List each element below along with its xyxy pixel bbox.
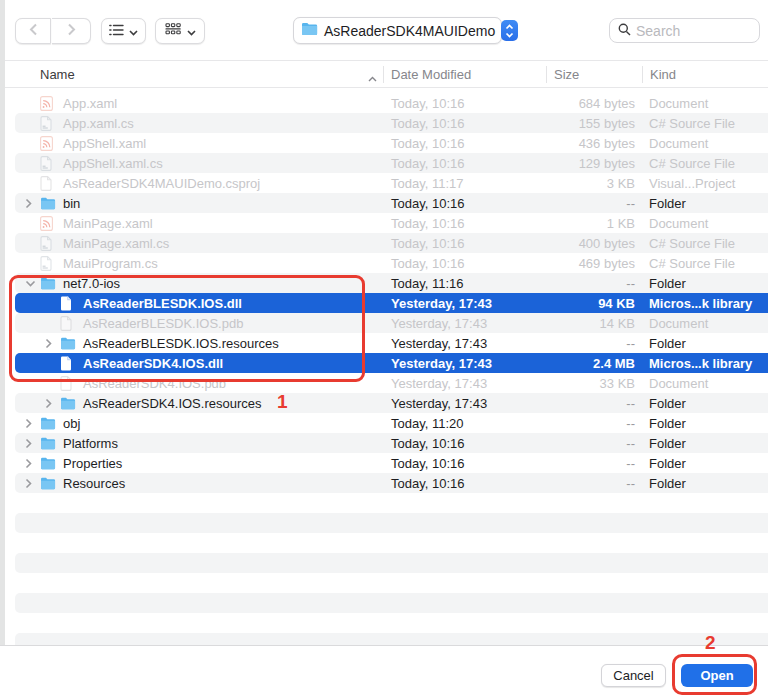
size-cell: 94 KB xyxy=(554,296,635,311)
table-row[interactable]: AsReaderBLESDK.IOS.resources Yesterday, … xyxy=(5,333,768,353)
name-cell: App.xaml.cs xyxy=(5,116,391,131)
date-modified-cell: Today, 10:16 xyxy=(391,136,554,151)
cancel-button[interactable]: Cancel xyxy=(601,664,666,687)
table-row[interactable]: net7.0-ios Today, 11:16 -- Folder xyxy=(5,273,768,293)
footer: Cancel Open xyxy=(0,646,768,699)
back-button[interactable] xyxy=(15,18,51,44)
search-input[interactable]: Search xyxy=(609,18,760,43)
xaml-file-icon xyxy=(40,136,57,151)
table-row[interactable]: AsReaderBLESDK.IOS.dll Yesterday, 17:43 … xyxy=(5,293,768,313)
name-cell: AsReaderBLESDK.IOS.resources xyxy=(5,336,391,351)
file-name: Resources xyxy=(63,476,125,491)
column-divider xyxy=(642,66,643,83)
chevron-left-icon xyxy=(29,22,38,40)
size-cell: -- xyxy=(554,336,635,351)
folder-file-icon xyxy=(40,277,57,290)
date-modified-cell: Today, 10:16 xyxy=(391,456,554,471)
date-modified-cell: Today, 10:16 xyxy=(391,236,554,251)
table-row[interactable]: Resources Today, 10:16 -- Folder xyxy=(5,473,768,493)
column-headers: Name Date Modified Size Kind xyxy=(5,60,768,88)
column-header-date[interactable]: Date Modified xyxy=(391,67,471,82)
table-row[interactable]: AsReaderSDK4.IOS.dll Yesterday, 17:43 2.… xyxy=(5,353,768,373)
column-header-kind[interactable]: Kind xyxy=(650,67,676,82)
table-row[interactable]: AppShell.xaml.cs Today, 10:16 129 bytes … xyxy=(5,153,768,173)
file-list: App.xaml Today, 10:16 684 bytes Document xyxy=(5,88,768,645)
kind-cell: C# Source File xyxy=(635,156,768,171)
size-cell: 129 bytes xyxy=(554,156,635,171)
location-label: AsReaderSDK4MAUIDemo xyxy=(324,23,495,39)
table-row[interactable]: bin Today, 10:16 -- Folder xyxy=(5,193,768,213)
table-row[interactable]: Platforms Today, 10:16 -- Folder xyxy=(5,433,768,453)
empty-row xyxy=(5,533,768,553)
column-header-name[interactable]: Name xyxy=(40,67,75,82)
table-row[interactable]: AsReaderSDK4.IOS.resources Yesterday, 17… xyxy=(5,393,768,413)
column-header-size[interactable]: Size xyxy=(554,67,579,82)
location-dropdown[interactable]: AsReaderSDK4MAUIDemo xyxy=(293,17,502,44)
xaml-file-icon xyxy=(40,96,57,111)
table-row[interactable]: App.xaml Today, 10:16 684 bytes Document xyxy=(5,93,768,113)
kind-cell: C# Source File xyxy=(635,116,768,131)
disclosure-chevron-icon[interactable] xyxy=(45,398,60,409)
disclosure-chevron-icon[interactable] xyxy=(25,458,40,469)
kind-cell: Folder xyxy=(635,196,768,211)
table-row[interactable]: App.xaml.cs Today, 10:16 155 bytes C# So… xyxy=(5,113,768,133)
kind-cell: Folder xyxy=(635,396,768,411)
name-cell: Resources xyxy=(5,476,391,491)
file-name: MauiProgram.cs xyxy=(63,256,158,271)
forward-button[interactable] xyxy=(52,18,91,44)
size-cell: -- xyxy=(554,276,635,291)
name-cell: App.xaml xyxy=(5,96,391,111)
xaml-file-icon xyxy=(40,216,57,231)
date-modified-cell: Today, 10:16 xyxy=(391,436,554,451)
table-row[interactable]: AsReaderBLESDK.IOS.pdb Yesterday, 17:43 … xyxy=(5,313,768,333)
disclosure-chevron-icon[interactable] xyxy=(25,418,40,429)
file-name: AsReaderSDK4.IOS.resources xyxy=(83,396,261,411)
kind-cell: Document xyxy=(635,136,768,151)
open-button[interactable]: Open xyxy=(681,664,753,687)
kind-cell: C# Source File xyxy=(635,236,768,251)
size-cell: 3 KB xyxy=(554,176,635,191)
empty-row xyxy=(5,613,768,633)
name-cell: AppShell.xaml xyxy=(5,136,391,151)
table-row[interactable]: Properties Today, 10:16 -- Folder xyxy=(5,453,768,473)
table-row[interactable]: MauiProgram.cs Today, 10:16 469 bytes C#… xyxy=(5,253,768,273)
file-name: bin xyxy=(63,196,80,211)
disclosure-chevron-icon[interactable] xyxy=(25,438,40,449)
sort-ascending-icon xyxy=(368,70,377,85)
size-cell: 2.4 MB xyxy=(554,356,635,371)
size-cell: -- xyxy=(554,396,635,411)
name-cell: Properties xyxy=(5,456,391,471)
file-name: AppShell.xaml.cs xyxy=(63,156,163,171)
group-view-dropdown[interactable] xyxy=(155,18,205,44)
file-name: App.xaml.cs xyxy=(63,116,134,131)
name-cell: AsReaderSDK4.IOS.resources xyxy=(5,396,391,411)
name-cell: AsReaderBLESDK.IOS.dll xyxy=(5,296,391,311)
disclosure-chevron-icon[interactable] xyxy=(45,338,60,349)
table-row[interactable]: obj Today, 11:20 -- Folder xyxy=(5,413,768,433)
file-name: AppShell.xaml xyxy=(63,136,146,151)
table-row[interactable]: AsReaderSDK4.IOS.pdb Yesterday, 17:43 33… xyxy=(5,373,768,393)
table-row[interactable]: AppShell.xaml Today, 10:16 436 bytes Doc… xyxy=(5,133,768,153)
table-row[interactable]: MainPage.xaml Today, 10:16 1 KB Document xyxy=(5,213,768,233)
file-name: AsReaderSDK4.IOS.pdb xyxy=(83,376,226,391)
name-cell: AsReaderSDK4MAUIDemo.csproj xyxy=(5,176,391,191)
file-name: AsReaderSDK4MAUIDemo.csproj xyxy=(63,176,260,191)
doc-file-icon xyxy=(60,316,77,331)
chevron-right-icon xyxy=(67,22,76,40)
disclosure-chevron-icon[interactable] xyxy=(25,280,40,287)
disclosure-chevron-icon[interactable] xyxy=(25,198,40,209)
kind-cell: C# Source File xyxy=(635,256,768,271)
cs-file-icon xyxy=(40,116,57,131)
size-cell: 469 bytes xyxy=(554,256,635,271)
cs-file-icon xyxy=(40,156,57,171)
kind-cell: Document xyxy=(635,96,768,111)
list-view-dropdown[interactable] xyxy=(101,18,146,44)
table-row[interactable]: MainPage.xaml.cs Today, 10:16 400 bytes … xyxy=(5,233,768,253)
disclosure-chevron-icon[interactable] xyxy=(25,478,40,489)
file-name: AsReaderBLESDK.IOS.resources xyxy=(83,336,279,351)
size-cell: -- xyxy=(554,196,635,211)
chevron-down-icon xyxy=(187,22,196,40)
date-modified-cell: Yesterday, 17:43 xyxy=(391,336,554,351)
file-name: Platforms xyxy=(63,436,118,451)
table-row[interactable]: AsReaderSDK4MAUIDemo.csproj Today, 11:17… xyxy=(5,173,768,193)
